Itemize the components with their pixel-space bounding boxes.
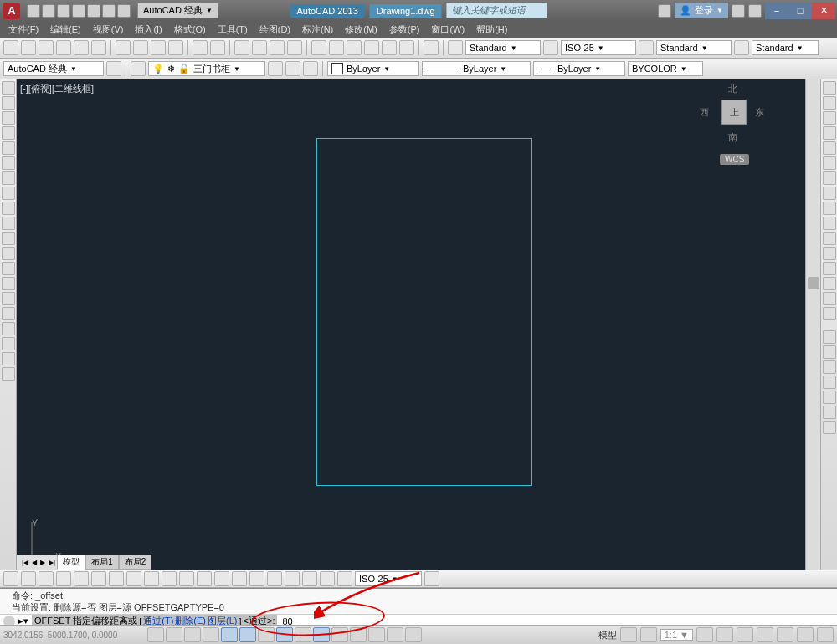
dimang-icon[interactable] bbox=[126, 571, 141, 586]
mleaderstyle-combo[interactable]: Standard▼ bbox=[752, 40, 819, 55]
otrack-toggle[interactable] bbox=[276, 627, 293, 642]
paste-icon[interactable] bbox=[151, 40, 166, 55]
save-icon[interactable] bbox=[57, 4, 70, 18]
point-icon[interactable] bbox=[2, 277, 15, 290]
polar-toggle[interactable] bbox=[221, 627, 238, 642]
anno-scale[interactable]: 1:1 ▼ bbox=[660, 629, 693, 641]
table-icon[interactable] bbox=[2, 337, 15, 350]
mtext-icon[interactable] bbox=[2, 352, 15, 365]
grid-toggle[interactable] bbox=[184, 627, 201, 642]
toolpalette-icon[interactable] bbox=[347, 40, 362, 55]
polygon-icon[interactable] bbox=[2, 126, 15, 140]
cube-top[interactable]: 上 bbox=[721, 100, 747, 125]
cube-north[interactable]: 北 bbox=[728, 83, 737, 95]
tab-model[interactable]: 模型 bbox=[57, 555, 85, 570]
menu-param[interactable]: 参数(P) bbox=[384, 22, 425, 38]
snap-toggle[interactable] bbox=[166, 627, 182, 642]
layer-prev-icon[interactable] bbox=[268, 61, 283, 76]
ducs-toggle[interactable] bbox=[295, 627, 311, 642]
plot-icon[interactable] bbox=[87, 4, 100, 18]
layer-combo[interactable]: 💡 ❄ 🔓 三门书柜 ▼ bbox=[148, 61, 265, 76]
dimarc-icon[interactable] bbox=[39, 571, 54, 586]
window-maximize-button[interactable]: □ bbox=[788, 3, 812, 19]
anno-autoscale-icon[interactable] bbox=[716, 627, 733, 642]
hatch-icon[interactable] bbox=[2, 292, 15, 305]
block-icon[interactable] bbox=[2, 262, 15, 275]
join-icon[interactable] bbox=[823, 262, 836, 275]
circle-icon[interactable] bbox=[2, 171, 15, 185]
cut-icon[interactable] bbox=[116, 40, 131, 55]
dimdia-icon[interactable] bbox=[109, 571, 124, 586]
menu-draw[interactable]: 绘图(D) bbox=[254, 22, 295, 38]
saveas-icon[interactable] bbox=[72, 4, 85, 18]
match-icon[interactable] bbox=[168, 40, 183, 55]
offset-icon[interactable] bbox=[823, 126, 836, 140]
3dosnap-toggle[interactable] bbox=[258, 627, 275, 642]
dimtedit-icon[interactable] bbox=[320, 571, 335, 586]
dim-style-combo[interactable]: ISO-25▼ bbox=[355, 571, 422, 586]
revcloud-icon[interactable] bbox=[2, 187, 15, 200]
am-toggle[interactable] bbox=[405, 627, 422, 642]
region-icon[interactable] bbox=[2, 322, 15, 335]
break-icon[interactable] bbox=[823, 247, 836, 260]
menu-format[interactable]: 格式(O) bbox=[169, 22, 211, 38]
menu-modify[interactable]: 修改(M) bbox=[340, 22, 383, 38]
ellipse-icon[interactable] bbox=[2, 217, 15, 230]
cube-west[interactable]: 西 bbox=[700, 106, 709, 119]
lock-ui-icon[interactable] bbox=[757, 627, 773, 642]
tab-layout1[interactable]: 布局1 bbox=[85, 555, 119, 570]
undo-icon[interactable] bbox=[102, 4, 116, 18]
qp-toggle[interactable] bbox=[368, 627, 385, 642]
layer-state-icon[interactable] bbox=[285, 61, 300, 76]
workspace-icon[interactable] bbox=[737, 627, 753, 642]
dimrad-icon[interactable] bbox=[74, 571, 89, 586]
workspace-settings-icon[interactable] bbox=[106, 61, 121, 76]
dimstyle-combo[interactable]: ISO-25▼ bbox=[561, 40, 636, 55]
copy-icon[interactable] bbox=[133, 40, 148, 55]
tab-nav-prev-icon[interactable]: ◀ bbox=[30, 559, 39, 566]
lineweight-combo[interactable]: ByLayer▼ bbox=[533, 61, 625, 76]
dimjogline-icon[interactable] bbox=[285, 571, 300, 586]
trim-icon[interactable] bbox=[823, 217, 836, 230]
search-input[interactable]: 键入关键字或短语 bbox=[447, 3, 547, 18]
dimension-icon[interactable] bbox=[823, 376, 836, 389]
dimstyle-icon[interactable] bbox=[543, 40, 558, 55]
dimlinear-icon[interactable] bbox=[3, 571, 18, 586]
block-icon[interactable] bbox=[823, 421, 836, 434]
stretch-icon[interactable] bbox=[823, 202, 836, 215]
textstyle-combo[interactable]: Standard▼ bbox=[465, 40, 541, 55]
line-icon[interactable] bbox=[2, 81, 15, 95]
mleaderstyle-icon[interactable] bbox=[734, 40, 749, 55]
tab-nav-end-icon[interactable]: ▶| bbox=[47, 559, 57, 566]
drawn-rectangle[interactable] bbox=[316, 138, 532, 486]
menu-view[interactable]: 视图(V) bbox=[88, 22, 129, 38]
new-icon[interactable] bbox=[27, 4, 40, 18]
redo-icon[interactable] bbox=[117, 4, 131, 18]
login-button[interactable]: 👤 登录 ▼ bbox=[675, 3, 728, 18]
redo-icon[interactable] bbox=[210, 40, 225, 55]
tablestyle-icon[interactable] bbox=[639, 40, 654, 55]
scrollbar-thumb[interactable] bbox=[808, 277, 819, 289]
text-icon[interactable] bbox=[823, 391, 836, 404]
tablestyle-combo[interactable]: Standard▼ bbox=[656, 40, 732, 55]
viewport-label[interactable]: [-][俯视][二维线框] bbox=[20, 83, 94, 95]
layer-iso-icon[interactable] bbox=[303, 61, 318, 76]
dimstyle-mgr-icon[interactable] bbox=[424, 571, 439, 586]
dimaligned-icon[interactable] bbox=[21, 571, 36, 586]
exchange-icon[interactable] bbox=[732, 4, 745, 18]
app-logo[interactable]: A bbox=[3, 3, 20, 19]
array-icon[interactable] bbox=[823, 141, 836, 155]
gradient-icon[interactable] bbox=[2, 307, 15, 320]
textstyle-icon[interactable] bbox=[448, 40, 463, 55]
menu-insert[interactable]: 插入(I) bbox=[130, 22, 167, 38]
erase-icon[interactable] bbox=[823, 81, 836, 95]
menu-help[interactable]: 帮助(H) bbox=[471, 22, 512, 38]
lwt-toggle[interactable] bbox=[331, 627, 348, 642]
tpy-toggle[interactable] bbox=[350, 627, 367, 642]
cube-south[interactable]: 南 bbox=[728, 131, 737, 144]
publish-icon[interactable] bbox=[91, 40, 106, 55]
addselected-icon[interactable] bbox=[2, 367, 15, 381]
ortho-toggle[interactable] bbox=[203, 627, 219, 642]
dimcont-icon[interactable] bbox=[179, 571, 194, 586]
menu-file[interactable]: 文件(F) bbox=[3, 22, 44, 38]
